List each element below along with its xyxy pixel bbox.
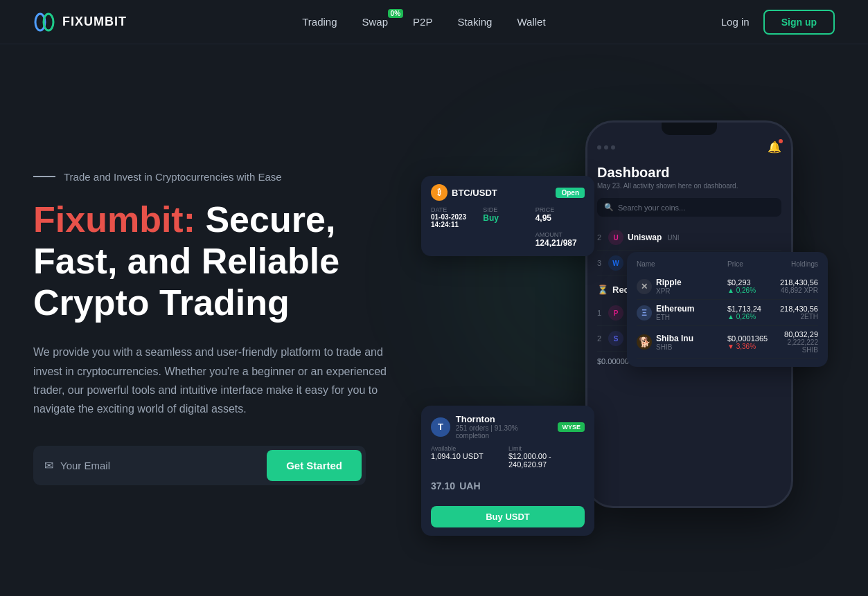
- btc-pair-label: BTC/USDT: [452, 188, 497, 198]
- nav-wallet[interactable]: Wallet: [517, 16, 545, 28]
- holding-ripple: ✕ Ripple XPR $0,293 ▲ 0,26% 218,430,56 4…: [637, 273, 818, 300]
- phone-search[interactable]: 🔍 Search your coins...: [597, 198, 781, 217]
- email-input[interactable]: [60, 460, 267, 471]
- card-holdings: Name Price Holdings ✕ Ripple XPR $0,293 …: [627, 252, 828, 367]
- p2p-name: Thornton: [456, 414, 553, 424]
- email-icon: ✉: [44, 459, 53, 472]
- dashboard-sub: May 23. All activity shown here on dashb…: [597, 182, 781, 190]
- nav-p2p[interactable]: P2P: [413, 16, 432, 28]
- p2p-avatar: T: [431, 417, 450, 437]
- coin-row-uniswap: 2 U Uniswap UNI: [597, 225, 781, 251]
- stacks-avatar: S: [608, 331, 623, 346]
- dashboard-title: Dashboard: [597, 165, 781, 181]
- hourglass-icon: ⏳: [597, 285, 608, 295]
- wyse-badge: WYSE: [558, 422, 585, 432]
- logo-icon: [33, 11, 55, 33]
- phone-status-bar: 🔔: [587, 135, 791, 156]
- hero-left: Trade and Invest in Cryptocurrencies wit…: [33, 171, 400, 485]
- holding-eth: Ξ Ethereum ETH $1,713,24 ▲ 0,26% 218,430…: [637, 300, 818, 326]
- status-dot-2: [604, 145, 608, 150]
- status-dot-1: [597, 145, 601, 150]
- hero-title-brand: Fixumbit:: [33, 199, 195, 240]
- p2p-available: 1,094.10 USDT: [431, 452, 507, 460]
- card-p2p: T Thornton 251 orders | 91.30% completio…: [421, 406, 594, 536]
- nav-actions: Log in Sign up: [721, 10, 835, 35]
- navbar: FIXUMBIT Trading Swap 0% P2P Staking Wal…: [0, 0, 868, 44]
- wazirx-avatar: W: [608, 255, 623, 271]
- status-dots: [597, 145, 615, 150]
- tagline-line: [33, 176, 55, 177]
- btc-icon: ₿: [431, 184, 448, 201]
- hero-tagline: Trade and Invest in Cryptocurrencies wit…: [33, 171, 400, 183]
- nav-trading[interactable]: Trading: [302, 16, 337, 28]
- logo[interactable]: FIXUMBIT: [33, 11, 127, 33]
- nav-swap[interactable]: Swap: [362, 16, 389, 28]
- pinoxa-avatar: P: [608, 305, 623, 320]
- bell-dot: [779, 139, 783, 143]
- search-placeholder: Search your coins...: [618, 204, 685, 212]
- buy-usdt-button[interactable]: Buy USDT: [431, 506, 585, 527]
- swap-badge: 0%: [388, 9, 403, 18]
- search-icon: 🔍: [604, 203, 614, 212]
- login-button[interactable]: Log in: [721, 16, 750, 28]
- p2p-limit: $12,000.00 - 240,620.97: [508, 452, 585, 469]
- p2p-orders: 251 orders | 91.30% completion: [456, 424, 553, 440]
- phone-notch: [662, 123, 717, 135]
- p2p-price: 37.10 UAH: [431, 476, 481, 494]
- bell-icon-wrap: 🔔: [768, 141, 781, 154]
- signup-button[interactable]: Sign up: [763, 10, 835, 35]
- email-form: ✉ Get Started: [33, 446, 366, 485]
- hero-description: We provide you with a seamless and user-…: [33, 343, 400, 418]
- hero-right: 🔔 Dashboard May 23. All activity shown h…: [400, 86, 835, 570]
- card-btc: ₿ BTC/USDT Open DATE 01-03-2023 14:24:11…: [421, 176, 594, 256]
- hero-section: Trade and Invest in Cryptocurrencies wit…: [0, 44, 868, 596]
- get-started-button[interactable]: Get Started: [267, 450, 362, 481]
- hero-title: Fixumbit: Secure, Fast, and Reliable Cry…: [33, 199, 400, 323]
- holding-shib: 🐕 Shiba Inu SHIB $0,0001365 ▼ 3,36% 80,0…: [637, 326, 818, 359]
- nav-staking[interactable]: Staking: [457, 16, 492, 28]
- btc-status-badge: Open: [556, 188, 585, 198]
- nav-links: Trading Swap 0% P2P Staking Wallet: [302, 16, 545, 28]
- nav-swap-wrap: Swap 0%: [362, 16, 389, 28]
- uniswap-avatar: U: [608, 230, 623, 245]
- status-dot-3: [611, 145, 615, 150]
- logo-text: FIXUMBIT: [62, 15, 127, 29]
